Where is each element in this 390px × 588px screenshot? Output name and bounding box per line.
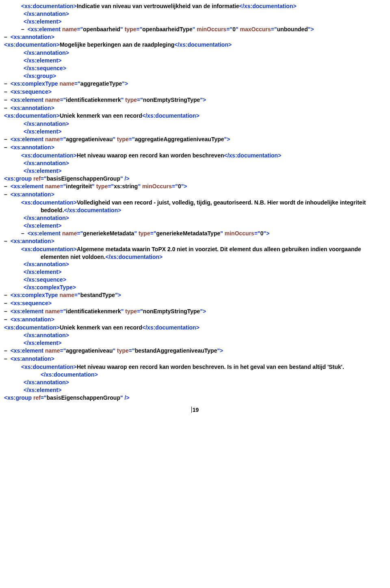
code-line: </xs:sequence>	[4, 65, 386, 72]
code-line: – <xs:annotation>	[4, 104, 386, 112]
code-line: – <xs:element name="identificatiekenmerk…	[4, 96, 386, 104]
code-line: – <xs:complexType name="aggregatieType">	[4, 80, 386, 88]
code-line: <xs:documentation>Volledigheid van een r…	[4, 199, 386, 214]
code-line: </xs:annotation>	[4, 261, 386, 268]
code-line: </xs:element>	[4, 268, 386, 276]
code-line: </xs:element>	[4, 18, 386, 26]
code-line: </xs:element>	[4, 386, 386, 394]
code-line: </xs:annotation>	[4, 10, 386, 18]
code-line: – <xs:element name="integriteit" type="x…	[4, 183, 386, 190]
code-line: – <xs:complexType name="bestandType">	[4, 291, 386, 299]
code-line: <xs:documentation>Indicatie van niveau v…	[4, 2, 386, 10]
code-line: </xs:element>	[4, 57, 386, 65]
code-line: <xs:documentation>Het niveau waarop een …	[4, 152, 386, 159]
code-line: </xs:element>	[4, 222, 386, 230]
code-line: </xs:group>	[4, 72, 386, 80]
code-line: </xs:annotation>	[4, 49, 386, 57]
code-line: </xs:element>	[4, 339, 386, 347]
code-line: <xs:documentation>Het niveau waarop een …	[4, 363, 386, 379]
code-line: </xs:sequence>	[4, 276, 386, 284]
page-number: 19	[4, 406, 386, 414]
code-line: – <xs:element name="openbaarheid" type="…	[4, 26, 386, 33]
code-line: </xs:annotation>	[4, 120, 386, 128]
code-line: – <xs:annotation>	[4, 191, 386, 198]
code-line: – <xs:annotation>	[4, 237, 386, 245]
code-line: – <xs:element name="aggregatieniveau" ty…	[4, 347, 386, 355]
code-line: – <xs:element name="aggregatieniveau" ty…	[4, 136, 386, 143]
code-line: – <xs:annotation>	[4, 316, 386, 323]
code-line: <xs:group ref="basisEigenschappenGroup" …	[4, 394, 386, 402]
code-line: – <xs:element name="generiekeMetadata" t…	[4, 230, 386, 237]
code-line: </xs:annotation>	[4, 159, 386, 167]
code-line: – <xs:element name="identificatiekenmerk…	[4, 308, 386, 315]
code-line: </xs:annotation>	[4, 214, 386, 222]
code-line: <xs:documentation>Uniek kenmerk van een …	[4, 112, 386, 120]
code-line: <xs:documentation>Mogelijke beperkingen …	[4, 41, 386, 49]
code-line: <xs:documentation>Uniek kenmerk van een …	[4, 324, 386, 332]
code-line: <xs:group ref="basisEigenschappenGroup" …	[4, 175, 386, 183]
code-line: </xs:element>	[4, 167, 386, 175]
code-line: </xs:annotation>	[4, 379, 386, 386]
xml-document-view: <xs:documentation>Indicatie van niveau v…	[4, 2, 386, 401]
code-line: – <xs:sequence>	[4, 88, 386, 96]
code-line: – <xs:annotation>	[4, 144, 386, 151]
code-line: <xs:documentation>Algemene metadata waar…	[4, 246, 386, 261]
code-line: </xs:element>	[4, 128, 386, 136]
code-line: – <xs:annotation>	[4, 355, 386, 363]
code-line: </xs:annotation>	[4, 332, 386, 339]
code-line: – <xs:annotation>	[4, 33, 386, 41]
code-line: </xs:complexType>	[4, 284, 386, 291]
code-line: – <xs:sequence>	[4, 299, 386, 307]
